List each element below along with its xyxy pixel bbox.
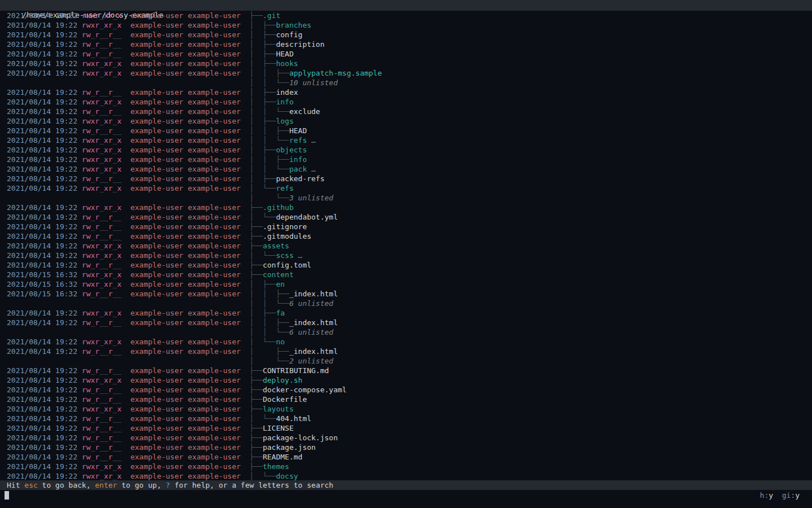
file-name: pack bbox=[289, 165, 307, 173]
tree-row[interactable]: 2021/08/14 19:22 rw_r__r__ example-user … bbox=[7, 414, 812, 423]
file-meta: 2021/08/14 19:22 rwxr_xr_x example-user … bbox=[7, 251, 249, 260]
tree-row[interactable]: 2021/08/14 19:22 rw_r__r__ example-user … bbox=[7, 212, 812, 222]
tree-row[interactable]: 2021/08/14 19:22 rw_r__r__ example-user … bbox=[7, 40, 812, 49]
tree-row[interactable]: 2021/08/14 19:22 rw_r__r__ example-user … bbox=[7, 433, 812, 443]
tree-row[interactable]: 2021/08/14 19:22 rwxr_xr_x example-user … bbox=[7, 308, 812, 318]
file-name: _index.html bbox=[289, 290, 338, 298]
file-meta: 2021/08/14 19:22 rw_r__r__ example-user … bbox=[7, 318, 249, 327]
file-meta: 2021/08/14 19:22 rw_r__r__ example-user … bbox=[7, 107, 249, 116]
tree-row[interactable]: 2021/08/14 19:22 rw_r__r__ example-user … bbox=[7, 260, 812, 270]
tree-row[interactable]: │ │ └──10 unlisted bbox=[7, 78, 812, 87]
tree-row[interactable]: 2021/08/14 19:22 rwxr_xr_x example-user … bbox=[7, 116, 812, 126]
tree-row[interactable]: │ │ └──6 unlisted bbox=[7, 299, 812, 308]
tree-row[interactable]: 2021/08/14 19:22 rw_r__r__ example-user … bbox=[7, 174, 812, 183]
tree-row[interactable]: 2021/08/14 19:22 rw_r__r__ example-user … bbox=[7, 395, 812, 404]
tree-branch-lines: │ │ ├── bbox=[249, 69, 289, 77]
tree-branch-lines: │ ├── bbox=[249, 21, 276, 29]
tree-row[interactable]: 2021/08/14 19:22 rw_r__r__ example-user … bbox=[7, 452, 812, 462]
tree-branch-lines: │ │ ├── bbox=[249, 290, 289, 298]
file-name: .github bbox=[263, 203, 294, 212]
tree-row[interactable]: 2021/08/14 19:22 rwxr_xr_x example-user … bbox=[7, 145, 812, 155]
file-date: 2021/08/14 19:22 bbox=[7, 222, 82, 231]
file-owner: example-user example-user bbox=[122, 472, 241, 480]
tree-row[interactable]: 2021/08/14 19:22 rw_r__r__ example-user … bbox=[7, 443, 812, 452]
tree-row[interactable]: 2021/08/14 19:22 rwxr_xr_x example-user … bbox=[7, 471, 812, 480]
tree-row[interactable]: 2021/08/14 19:22 rw_r__r__ example-user … bbox=[7, 107, 812, 116]
tree-branch-lines: ├── bbox=[249, 222, 262, 231]
file-meta: 2021/08/15 16:32 rwxr_xr_x example-user … bbox=[7, 279, 249, 289]
tree-row[interactable]: 2021/08/14 19:22 rwxr_xr_x example-user … bbox=[7, 59, 812, 68]
tree-row[interactable]: 2021/08/14 19:22 rw_r__r__ example-user … bbox=[7, 423, 812, 433]
file-owner: example-user example-user bbox=[122, 136, 241, 144]
command-input-line[interactable]: h:ygi:y bbox=[0, 490, 812, 508]
tree-row[interactable]: 2021/08/14 19:22 rwxr_xr_x example-user … bbox=[7, 183, 812, 193]
file-date: 2021/08/14 19:22 bbox=[7, 376, 82, 384]
tree-row[interactable]: 2021/08/14 19:22 rwxr_xr_x example-user … bbox=[7, 241, 812, 251]
tree-row[interactable]: │ └──2 unlisted bbox=[7, 356, 812, 366]
tree-row[interactable]: 2021/08/14 19:22 rwxr_xr_x example-user … bbox=[7, 68, 812, 78]
tree-row[interactable]: │ │ └──6 unlisted bbox=[7, 327, 812, 337]
tree-row[interactable]: 2021/08/14 19:22 rwxr_xr_x example-user … bbox=[7, 135, 812, 145]
file-name: config bbox=[276, 30, 302, 39]
tree-row[interactable]: 2021/08/14 19:22 rwxr_xr_x example-user … bbox=[7, 11, 812, 20]
tree-row[interactable]: 2021/08/14 19:22 rwxr_xr_x example-user … bbox=[7, 404, 812, 414]
tree-row[interactable]: 2021/08/14 19:22 rwxr_xr_x example-user … bbox=[7, 203, 812, 212]
file-name: _index.html bbox=[289, 347, 338, 356]
tree-row[interactable]: 2021/08/15 16:32 rwxr_xr_x example-user … bbox=[7, 279, 812, 289]
tree-row[interactable]: 2021/08/14 19:22 rw_r__r__ example-user … bbox=[7, 366, 812, 375]
hint-key: enter bbox=[95, 481, 117, 489]
hint-key: ? bbox=[166, 481, 170, 489]
tree-branch-lines: │ ├── bbox=[249, 146, 276, 154]
file-permissions: rwxr_xr_x bbox=[82, 242, 121, 250]
tree-row[interactable]: 2021/08/14 19:22 rwxr_xr_x example-user … bbox=[7, 97, 812, 107]
file-permissions: rwxr_xr_x bbox=[82, 270, 121, 279]
tree-branch-lines: │ ├── bbox=[249, 347, 289, 356]
tree-row[interactable]: 2021/08/14 19:22 rw_r__r__ example-user … bbox=[7, 126, 812, 135]
hint-key: esc bbox=[24, 481, 37, 489]
tree-row[interactable]: 2021/08/14 19:22 rwxr_xr_x example-user … bbox=[7, 20, 812, 30]
tree-branch-lines: │ ├── bbox=[249, 174, 276, 183]
tree-row[interactable]: 2021/08/14 19:22 rw_r__r__ example-user … bbox=[7, 87, 812, 97]
file-date: 2021/08/14 19:22 bbox=[7, 386, 82, 394]
tree-row[interactable]: 2021/08/14 19:22 rwxr_xr_x example-user … bbox=[7, 251, 812, 260]
file-permissions: rwxr_xr_x bbox=[82, 472, 121, 480]
tree-row[interactable]: 2021/08/14 19:22 rw_r__r__ example-user … bbox=[7, 49, 812, 59]
tree-row[interactable]: 2021/08/14 19:22 rw_r__r__ example-user … bbox=[7, 231, 812, 241]
tree-branch-lines: ├── bbox=[249, 270, 262, 279]
tree-branch-lines: │ └── bbox=[249, 251, 276, 260]
hint-text: to go up, bbox=[117, 481, 166, 489]
tree-row[interactable]: 2021/08/14 19:22 rw_r__r__ example-user … bbox=[7, 318, 812, 327]
file-name: fa bbox=[276, 309, 285, 317]
tree-row[interactable]: 2021/08/14 19:22 rwxr_xr_x example-user … bbox=[7, 337, 812, 347]
tree-branch-lines: ├── bbox=[249, 261, 262, 269]
file-date: 2021/08/14 19:22 bbox=[7, 213, 82, 221]
tree-row[interactable]: 2021/08/15 16:32 rwxr_xr_x example-user … bbox=[7, 270, 812, 279]
tree-row[interactable]: │ └──3 unlisted bbox=[7, 193, 812, 203]
file-meta: 2021/08/14 19:22 rw_r__r__ example-user … bbox=[7, 87, 249, 97]
tree-row[interactable]: 2021/08/14 19:22 rw_r__r__ example-user … bbox=[7, 385, 812, 395]
file-date: 2021/08/14 19:22 bbox=[7, 11, 82, 20]
tree-row[interactable]: 2021/08/14 19:22 rwxr_xr_x example-user … bbox=[7, 375, 812, 385]
toggle-gi: gi:y bbox=[782, 491, 800, 500]
file-owner: example-user example-user bbox=[122, 242, 241, 250]
tree-row[interactable]: 2021/08/15 16:32 rw_r__r__ example-user … bbox=[7, 289, 812, 299]
file-owner: example-user example-user bbox=[122, 184, 241, 192]
tree-row[interactable]: 2021/08/14 19:22 rwxr_xr_x example-user … bbox=[7, 155, 812, 164]
file-owner: example-user example-user bbox=[122, 30, 241, 39]
file-date: 2021/08/14 19:22 bbox=[7, 232, 82, 240]
tree-row[interactable]: 2021/08/14 19:22 rwxr_xr_x example-user … bbox=[7, 462, 812, 471]
file-tree: 2021/08/14 19:22 rwxr_xr_x example-user … bbox=[0, 11, 812, 480]
broot-terminal: /home/example-user/docsy-example 2021/08… bbox=[0, 0, 812, 508]
tree-row[interactable]: 2021/08/14 19:22 rw_r__r__ example-user … bbox=[7, 30, 812, 40]
file-name: branches bbox=[276, 21, 311, 29]
tree-row[interactable]: 2021/08/14 19:22 rw_r__r__ example-user … bbox=[7, 222, 812, 231]
tree-row[interactable]: 2021/08/14 19:22 rwxr_xr_x example-user … bbox=[7, 164, 812, 174]
file-name: config.toml bbox=[263, 261, 311, 269]
file-permissions: rwxr_xr_x bbox=[82, 98, 121, 106]
file-meta: 2021/08/14 19:22 rw_r__r__ example-user … bbox=[7, 49, 249, 59]
path-bar: /home/example-user/docsy-example bbox=[0, 0, 812, 11]
file-owner: example-user example-user bbox=[122, 280, 241, 288]
tree-row[interactable]: 2021/08/14 19:22 rw_r__r__ example-user … bbox=[7, 347, 812, 356]
file-name: layouts bbox=[263, 405, 294, 413]
tree-branch-lines: │ │ └── bbox=[249, 165, 289, 173]
